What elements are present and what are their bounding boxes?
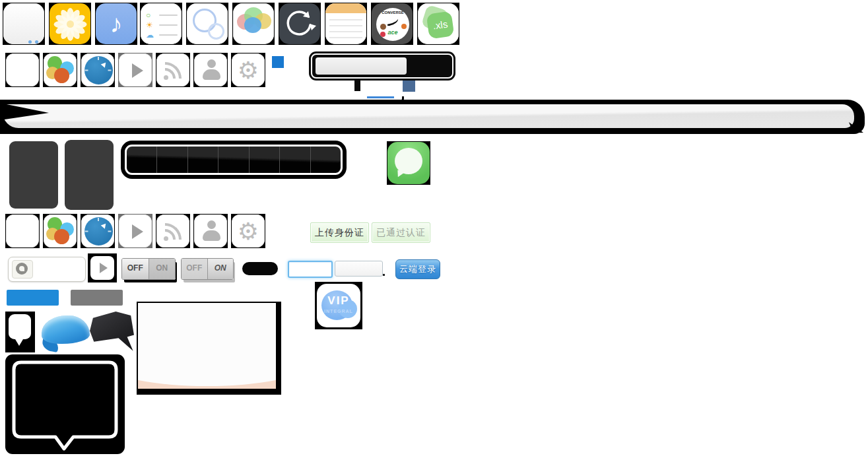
segmented-bar-face [125, 145, 343, 175]
colored-balls-icon[interactable] [43, 214, 77, 248]
search-input[interactable] [8, 257, 86, 282]
steel-blue-square [403, 81, 415, 92]
big-speech-bubble [5, 354, 125, 454]
xls-label: .xls [426, 11, 455, 40]
messages-icon[interactable] [387, 141, 430, 185]
small-ring [208, 23, 224, 40]
blank-app-icon[interactable] [3, 3, 45, 45]
black-pill [242, 262, 278, 275]
magnifier-box [12, 260, 33, 279]
photos-flower-icon[interactable] [49, 3, 91, 45]
brands-face: CONVERSE ace [372, 3, 413, 44]
messages-face [387, 142, 430, 184]
segment[interactable] [280, 147, 310, 173]
blue-speech-bubble [41, 315, 92, 352]
play-button-tile[interactable] [88, 253, 117, 282]
list-settings-icon[interactable]: ○ ☀ ☁ [140, 3, 182, 45]
vip-title: VIP [317, 294, 360, 308]
sync-icon[interactable] [279, 3, 321, 45]
play-icon[interactable] [118, 214, 152, 248]
segmented-black-bar[interactable] [123, 143, 345, 177]
cloud-icon: ☁ [146, 30, 154, 40]
music-note-glyph: ♪ [96, 3, 137, 44]
cloud-login-button[interactable]: 云端登录 [395, 259, 440, 279]
toggle-off-label[interactable]: OFF [182, 259, 207, 279]
brand-ace-label: ace [376, 29, 409, 36]
segment[interactable] [250, 147, 280, 173]
segment[interactable] [218, 147, 249, 173]
chat-bubbles-icon[interactable] [232, 3, 275, 45]
gray-rect-button[interactable] [71, 290, 123, 306]
blank-icon[interactable] [5, 53, 40, 87]
segment[interactable] [188, 147, 218, 173]
play-icon[interactable] [118, 53, 152, 87]
upload-id-button[interactable]: 上传身份证 [310, 222, 369, 243]
bubble-body [9, 314, 31, 339]
toggle-off-label[interactable]: OFF [122, 259, 149, 279]
magnifier-icon [16, 263, 28, 275]
play-triangle [100, 263, 108, 273]
sprite-sheet: ♪ ○ ☀ ☁ [0, 0, 868, 462]
person-icon[interactable] [193, 214, 228, 248]
search-field[interactable] [316, 57, 407, 75]
bubble-tail [15, 339, 23, 346]
blank-squircle [3, 3, 44, 44]
verified-button[interactable]: 已通过认证 [372, 222, 430, 243]
colored-balls-icon[interactable] [43, 53, 77, 87]
sun-icon: ☀ [146, 20, 153, 30]
vip-integral-icon[interactable]: VIP INTEGRAL [315, 282, 362, 329]
nike-swoosh-icon [386, 17, 399, 26]
search-bar[interactable] [309, 51, 455, 81]
notes-header [325, 3, 366, 13]
search-bar-ring [311, 53, 453, 79]
sync-face [279, 3, 320, 44]
person-icon[interactable] [193, 53, 228, 87]
blue-square-swatch [272, 56, 284, 68]
notes-icon[interactable] [325, 3, 367, 45]
dot [35, 40, 38, 44]
circles-face [187, 3, 228, 44]
blue-rect-button[interactable] [7, 290, 59, 306]
xls-file-icon[interactable]: .xls [417, 3, 459, 45]
text-input-focused[interactable] [288, 261, 333, 278]
flower-icon [50, 3, 90, 44]
toggle-switch-on[interactable]: OFF ON [181, 258, 234, 280]
glossy-banner [0, 100, 865, 134]
segment[interactable] [127, 147, 157, 173]
globe-clock-icon[interactable] [81, 53, 115, 87]
sphere-arrow [101, 61, 108, 68]
black-tick-artifact [354, 81, 360, 91]
segment[interactable] [311, 147, 341, 173]
toggle-switch-off[interactable]: OFF ON [121, 258, 176, 280]
globe-clock-icon[interactable] [81, 214, 115, 248]
banner-face [3, 104, 854, 128]
segment[interactable] [157, 147, 187, 173]
brands-collage-icon[interactable]: CONVERSE ace [371, 3, 413, 45]
text-input[interactable] [335, 261, 383, 277]
rss-icon[interactable] [156, 53, 190, 87]
toggle-on-label[interactable]: ON [207, 259, 234, 279]
bubble-outline [5, 354, 125, 454]
brand-dot [401, 24, 407, 29]
dark-card [9, 141, 58, 209]
peach-wave [138, 369, 276, 389]
vip-face: VIP INTEGRAL [317, 284, 360, 327]
brands-circle: CONVERSE ace [376, 8, 409, 41]
xls-face: .xls [418, 3, 459, 44]
list-face: ○ ☀ ☁ [141, 3, 182, 44]
gear-icon[interactable]: ⚙ [231, 53, 265, 87]
gear-icon[interactable]: ⚙ [231, 214, 265, 248]
circles-icon[interactable] [186, 3, 228, 45]
rss-icon[interactable] [156, 214, 190, 248]
dark-card [65, 140, 114, 210]
music-note-icon[interactable]: ♪ [95, 3, 137, 45]
green-circle-icon: ○ [146, 11, 150, 20]
dot [28, 40, 32, 44]
blue-sphere [84, 56, 113, 84]
notes-face [325, 3, 366, 44]
blank-icon[interactable] [5, 214, 40, 248]
sync-arrows [279, 3, 320, 44]
vip-subtitle: INTEGRAL [317, 309, 360, 314]
toggle-on-label[interactable]: ON [149, 259, 176, 279]
brand-converse-label: CONVERSE [376, 11, 409, 15]
